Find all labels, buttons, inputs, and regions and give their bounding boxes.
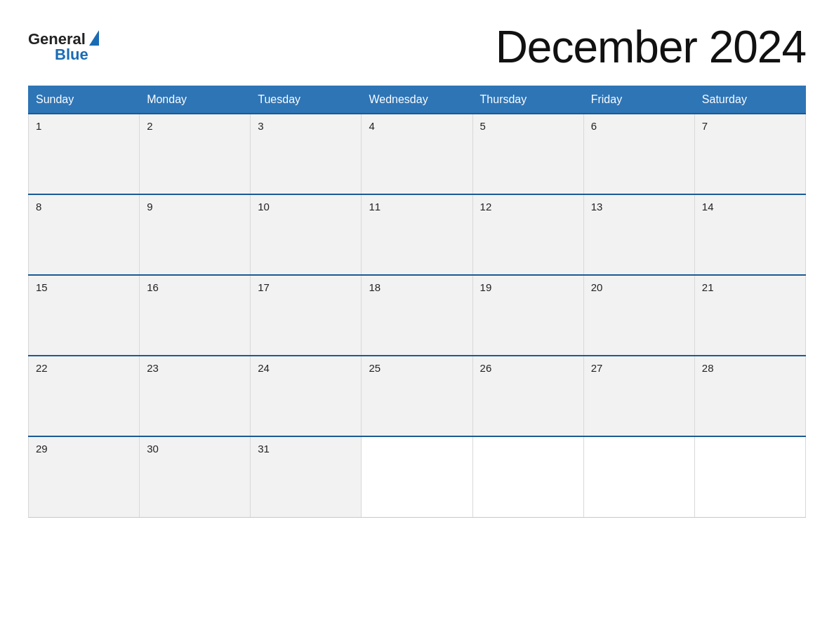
day-number: 12 xyxy=(480,201,492,213)
day-number: 18 xyxy=(369,281,380,293)
calendar-cell xyxy=(362,436,472,517)
calendar-cell: 26 xyxy=(472,356,583,436)
calendar-cell: 16 xyxy=(140,275,251,356)
calendar-cell: 25 xyxy=(362,356,472,436)
calendar-cell: 15 xyxy=(29,275,140,356)
day-number: 31 xyxy=(258,443,270,455)
day-number: 5 xyxy=(480,120,486,132)
day-number: 13 xyxy=(591,201,603,213)
calendar-cell xyxy=(472,436,583,517)
header-tuesday: Tuesday xyxy=(251,86,362,114)
calendar-table: Sunday Monday Tuesday Wednesday Thursday… xyxy=(28,86,806,518)
calendar-cell: 29 xyxy=(29,436,140,517)
day-number: 19 xyxy=(480,281,492,293)
day-number: 16 xyxy=(147,281,159,293)
day-number: 7 xyxy=(702,120,708,132)
calendar-cell: 6 xyxy=(583,114,694,194)
calendar-cell: 30 xyxy=(140,436,251,517)
header-friday: Friday xyxy=(583,86,694,114)
calendar-cell: 28 xyxy=(694,356,805,436)
day-number: 4 xyxy=(369,120,374,132)
logo-triangle-icon xyxy=(89,30,99,46)
days-header-row: Sunday Monday Tuesday Wednesday Thursday… xyxy=(29,86,806,114)
calendar-cell: 23 xyxy=(140,356,251,436)
day-number: 10 xyxy=(258,201,270,213)
day-number: 29 xyxy=(36,443,48,455)
calendar-cell: 21 xyxy=(694,275,805,356)
calendar-cell: 7 xyxy=(694,114,805,194)
calendar-cell: 13 xyxy=(583,194,694,275)
calendar-cell: 19 xyxy=(472,275,583,356)
calendar-cell: 5 xyxy=(472,114,583,194)
day-number: 20 xyxy=(591,281,603,293)
calendar-cell: 17 xyxy=(251,275,362,356)
header-saturday: Saturday xyxy=(694,86,805,114)
day-number: 26 xyxy=(480,362,492,374)
calendar-cell: 24 xyxy=(251,356,362,436)
calendar-week-row: 22232425262728 xyxy=(29,356,806,436)
calendar-week-row: 1234567 xyxy=(29,114,806,194)
calendar-week-row: 293031 xyxy=(29,436,806,517)
month-title: December 2024 xyxy=(496,21,806,73)
header-sunday: Sunday xyxy=(29,86,140,114)
calendar-cell: 3 xyxy=(251,114,362,194)
day-number: 22 xyxy=(36,362,48,374)
day-number: 2 xyxy=(147,120,152,132)
calendar-cell: 31 xyxy=(251,436,362,517)
calendar-cell: 12 xyxy=(472,194,583,275)
page-header: General Blue December 2024 xyxy=(28,21,806,73)
calendar-cell: 8 xyxy=(29,194,140,275)
calendar-cell: 20 xyxy=(583,275,694,356)
day-number: 15 xyxy=(36,281,48,293)
calendar-cell: 27 xyxy=(583,356,694,436)
day-number: 14 xyxy=(702,201,714,213)
header-monday: Monday xyxy=(140,86,251,114)
calendar-cell: 4 xyxy=(362,114,472,194)
logo: General Blue xyxy=(28,32,99,62)
calendar-cell: 2 xyxy=(140,114,251,194)
day-number: 30 xyxy=(147,443,159,455)
day-number: 28 xyxy=(702,362,714,374)
day-number: 8 xyxy=(36,201,41,213)
day-number: 23 xyxy=(147,362,159,374)
day-number: 9 xyxy=(147,201,152,213)
day-number: 25 xyxy=(369,362,380,374)
day-number: 24 xyxy=(258,362,270,374)
calendar-cell: 18 xyxy=(362,275,472,356)
day-number: 21 xyxy=(702,281,714,293)
logo-general-text: General xyxy=(28,32,86,47)
day-number: 6 xyxy=(591,120,597,132)
calendar-cell: 10 xyxy=(251,194,362,275)
day-number: 27 xyxy=(591,362,603,374)
calendar-cell: 14 xyxy=(694,194,805,275)
header-wednesday: Wednesday xyxy=(362,86,472,114)
day-number: 17 xyxy=(258,281,270,293)
calendar-cell xyxy=(694,436,805,517)
calendar-week-row: 15161718192021 xyxy=(29,275,806,356)
calendar-cell: 9 xyxy=(140,194,251,275)
header-thursday: Thursday xyxy=(472,86,583,114)
logo-blue-text: Blue xyxy=(55,47,88,62)
calendar-cell: 22 xyxy=(29,356,140,436)
calendar-cell: 11 xyxy=(362,194,472,275)
day-number: 1 xyxy=(36,120,41,132)
day-number: 11 xyxy=(369,201,380,213)
day-number: 3 xyxy=(258,120,263,132)
calendar-cell xyxy=(583,436,694,517)
calendar-week-row: 891011121314 xyxy=(29,194,806,275)
calendar-cell: 1 xyxy=(29,114,140,194)
